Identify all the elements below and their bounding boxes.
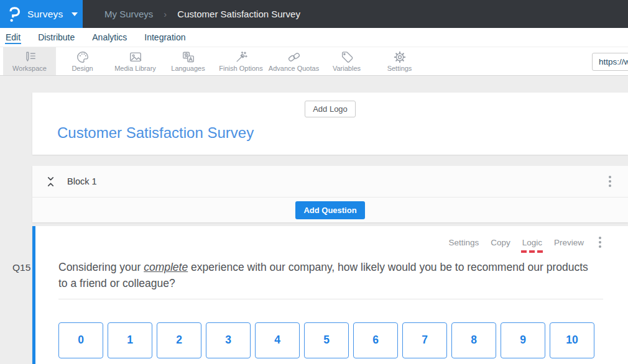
breadcrumb: My Surveys › Customer Satisfaction Surve…: [83, 0, 628, 28]
nps-option-6[interactable]: 6: [353, 322, 398, 358]
nps-option-4[interactable]: 4: [255, 322, 300, 358]
toolbar-item-settings[interactable]: Settings: [373, 47, 426, 75]
toolbar-item-media-library[interactable]: Media Library: [109, 47, 162, 75]
caret-down-icon: [72, 12, 78, 16]
toolbar-item-languages[interactable]: Languages: [162, 47, 215, 75]
questionpro-logo-icon: [8, 6, 21, 22]
toolbar-item-variables[interactable]: Variables: [320, 47, 373, 75]
tab-distribute[interactable]: Distribute: [37, 31, 75, 44]
add-logo-button[interactable]: Add Logo: [305, 101, 356, 117]
question-text[interactable]: Considering your complete experience wit…: [58, 259, 588, 292]
wand-icon: [234, 50, 248, 64]
survey-url-input[interactable]: [592, 53, 628, 71]
survey-header-card: Add Logo Customer Satisfaction Survey: [32, 93, 628, 155]
block-header: Block 1: [32, 166, 628, 198]
nps-option-9[interactable]: 9: [501, 322, 545, 358]
block-card: Block 1 Add Question: [32, 166, 628, 222]
edit-toolbar: Workspace Design Media Library: [0, 47, 628, 76]
nav-tabs: Edit Distribute Analytics Integration: [0, 28, 628, 47]
add-question-button[interactable]: Add Question: [295, 201, 364, 219]
nps-option-8[interactable]: 8: [451, 322, 496, 358]
breadcrumb-my-surveys[interactable]: My Surveys: [104, 9, 153, 19]
question-kebab-menu-icon[interactable]: [597, 235, 603, 250]
product-switcher[interactable]: Surveys: [0, 0, 83, 28]
question-copy-link[interactable]: Copy: [491, 238, 510, 247]
block-title[interactable]: Block 1: [67, 176, 607, 186]
nps-option-10[interactable]: 10: [550, 322, 594, 358]
tab-integration[interactable]: Integration: [144, 31, 186, 44]
toolbar-item-workspace[interactable]: Workspace: [3, 47, 56, 75]
question-logic-link[interactable]: Logic: [522, 238, 542, 247]
nps-option-1[interactable]: 1: [108, 322, 152, 358]
top-bar: Surveys My Surveys › Customer Satisfacti…: [0, 0, 628, 28]
toolbar-item-label: Media Library: [114, 65, 156, 72]
workspace-icon: [23, 50, 37, 64]
breadcrumb-current-survey: Customer Satisfaction Survey: [177, 9, 300, 19]
toolbar-item-design[interactable]: Design: [56, 47, 109, 75]
toolbar-item-label: Design: [72, 65, 93, 72]
nps-option-2[interactable]: 2: [157, 322, 201, 358]
nps-option-0[interactable]: 0: [58, 322, 103, 358]
toolbar-item-label: Finish Options: [219, 65, 262, 72]
question-settings-link[interactable]: Settings: [448, 238, 479, 247]
collapse-block-icon[interactable]: [46, 176, 55, 187]
nps-option-3[interactable]: 3: [206, 322, 251, 358]
tab-edit[interactable]: Edit: [5, 31, 21, 44]
question-card: Q15 Settings Copy Logic Preview Consider…: [32, 226, 628, 364]
toolbar-item-label: Languages: [171, 65, 205, 72]
question-text-segment: Considering your: [58, 261, 144, 273]
question-number-label: Q15: [12, 262, 30, 273]
toolbar-item-advance-quotas[interactable]: Advance Quotas: [267, 47, 320, 75]
question-text-emphasis: complete: [144, 261, 188, 273]
chain-links-icon: [287, 50, 301, 64]
breadcrumb-separator: ›: [164, 9, 167, 19]
question-actions: Settings Copy Logic Preview: [58, 236, 603, 248]
toolbar-item-finish-options[interactable]: Finish Options: [215, 47, 267, 75]
toolbar-item-label: Settings: [387, 65, 412, 72]
question-divider: [58, 299, 603, 299]
palette-icon: [76, 50, 90, 64]
toolbar-item-label: Workspace: [12, 65, 47, 72]
block-body: Add Question: [32, 198, 628, 222]
nps-scale: 0 1 2 3 4 5 6 7 8 9 10: [58, 322, 603, 358]
translate-icon: [182, 50, 195, 64]
nps-option-5[interactable]: 5: [304, 322, 349, 358]
survey-title[interactable]: Customer Satisfaction Survey: [57, 124, 603, 142]
tab-analytics[interactable]: Analytics: [91, 31, 127, 44]
tag-icon: [340, 50, 354, 64]
question-preview-link[interactable]: Preview: [554, 238, 584, 247]
block-kebab-menu-icon[interactable]: [607, 174, 613, 189]
nps-option-7[interactable]: 7: [402, 322, 447, 358]
gear-icon: [393, 50, 407, 64]
image-icon: [129, 50, 142, 64]
toolbar-item-label: Variables: [333, 65, 361, 72]
product-label: Surveys: [27, 9, 63, 20]
toolbar-item-label: Advance Quotas: [269, 65, 319, 72]
survey-canvas: Add Logo Customer Satisfaction Survey Bl…: [0, 76, 628, 364]
